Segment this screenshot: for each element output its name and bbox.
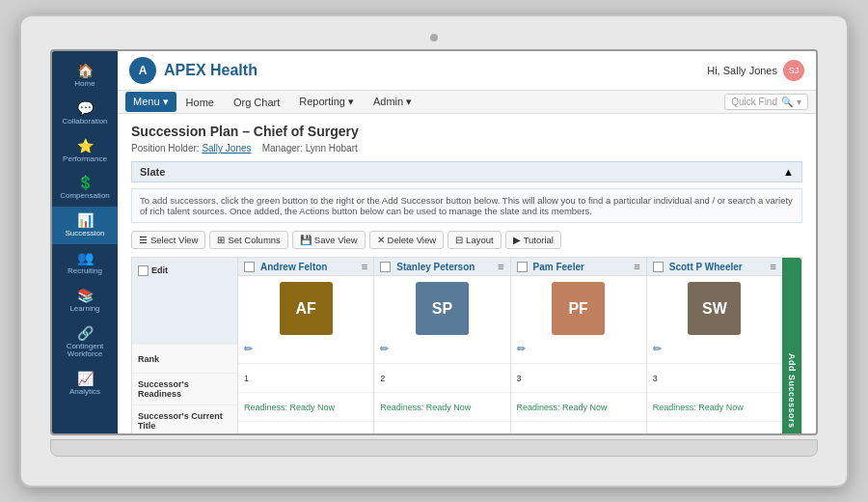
sidebar-item-contingent[interactable]: 🔗 Contingent Workforce (52, 320, 118, 366)
sidebar-item-succession[interactable]: 📊 Succession (52, 207, 118, 244)
card-title-3: Manager (647, 422, 782, 433)
app-title: APEX Health (164, 62, 258, 79)
sidebar-item-learning[interactable]: 📚 Learning (52, 282, 118, 320)
card-rank-2: 3 (511, 364, 646, 393)
sidebar-label-analytics: Analytics (69, 388, 100, 397)
card-header-3: Scott P Wheeler ≡ (647, 258, 782, 276)
toolbar-btn-delete-view[interactable]: ✕ Delete View (369, 231, 445, 249)
card-name-3: Scott P Wheeler (669, 262, 743, 272)
nav-admin[interactable]: Admin ▾ (364, 91, 421, 113)
card-menu-icon-1[interactable]: ≡ (498, 261, 503, 272)
card-readiness-2: Readiness: Ready Now (511, 393, 646, 422)
successor-card-0: Andrew Felton ≡ AF ✏ 1 Readiness: Ready … (238, 258, 374, 433)
sidebar-item-recruiting[interactable]: 👥 Recruiting (52, 244, 118, 282)
add-successors-button[interactable]: Add Successors (782, 258, 801, 433)
successor-card-2: Pam Feeler ≡ PF ✏ 3 Readiness: Ready Now… (511, 258, 647, 433)
toolbar-btn-save-view[interactable]: 💾 Save View (292, 231, 366, 249)
card-title-1: General Surgery (374, 422, 509, 433)
card-readiness-1: Readiness: Ready Now (374, 393, 509, 422)
card-name-1: Stanley Peterson (396, 262, 475, 272)
quick-find[interactable]: Quick Find 🔍 ▾ (724, 94, 808, 110)
card-checkbox-0[interactable] (244, 262, 255, 272)
collaboration-icon: 💬 (77, 100, 94, 116)
nav-home[interactable]: Home (176, 92, 224, 113)
toolbar-btn-set-columns[interactable]: ⊞ Set Columns (209, 231, 287, 249)
card-menu-icon-2[interactable]: ≡ (634, 261, 639, 272)
card-photo-area-2: PF (511, 276, 646, 335)
greeting-text: Hi, Sally Jones (707, 65, 777, 76)
card-photo-area-0: AF (238, 276, 373, 335)
page-subtitle: Position Holder: Sally Jones Manager: Ly… (131, 143, 802, 153)
card-header-0: Andrew Felton ≡ (238, 258, 373, 276)
card-rank-1: 2 (374, 364, 509, 393)
successor-card-3: Scott P Wheeler ≡ SW ✏ 3 Readiness: Read… (647, 258, 782, 433)
set columns-icon: ⊞ (217, 235, 225, 245)
laptop-base (50, 439, 818, 457)
card-photo-2: PF (552, 282, 605, 335)
sidebar-item-analytics[interactable]: 📈 Analytics (52, 365, 118, 403)
position-holder-label: Position Holder: (131, 143, 200, 153)
user-area: Hi, Sally Jones SJ (707, 60, 804, 81)
layout-icon: ⊟ (455, 235, 463, 245)
card-photo-3: SW (688, 282, 741, 335)
card-photo-0: AF (280, 282, 333, 335)
tutorial-icon: ▶ (513, 235, 521, 245)
card-rank-0: 1 (238, 364, 373, 393)
sidebar-label-recruiting: Recruiting (68, 267, 102, 276)
row-label-0: Edit (132, 258, 237, 345)
manager-name: Lynn Hobart (306, 143, 358, 153)
sidebar-label-compensation: Compensation (60, 192, 110, 201)
card-menu-icon-0[interactable]: ≡ (362, 261, 367, 272)
sidebar: 🏠 Home💬 Collaboration⭐ Performance💲 Comp… (52, 51, 118, 433)
select-all-checkbox[interactable] (138, 265, 149, 276)
card-menu-icon-3[interactable]: ≡ (771, 261, 776, 272)
card-readiness-0: Readiness: Ready Now (238, 393, 373, 422)
contingent-icon: 🔗 (77, 325, 94, 341)
sidebar-item-collaboration[interactable]: 💬 Collaboration (52, 95, 118, 132)
slate-header[interactable]: Slate ▲ (131, 161, 802, 182)
card-checkbox-3[interactable] (653, 262, 664, 272)
row-label-3: Successor's Current Title (132, 405, 237, 433)
navbar: Menu ▾ Home Org Chart Reporting ▾ Admin … (118, 91, 816, 114)
edit-icon-2[interactable]: ✏ (517, 343, 526, 355)
card-photo-area-1: SP (374, 276, 509, 335)
recruiting-icon: 👥 (77, 250, 94, 265)
edit-icon-3[interactable]: ✏ (653, 343, 662, 355)
manager-label: Manager: (262, 143, 303, 153)
edit-icon-1[interactable]: ✏ (380, 343, 389, 355)
sidebar-item-home[interactable]: 🏠 Home (52, 57, 118, 95)
sidebar-label-collaboration: Collaboration (62, 118, 107, 126)
edit-icon-0[interactable]: ✏ (244, 343, 253, 355)
menu-button[interactable]: Menu ▾ (125, 92, 176, 112)
select view-icon: ☰ (139, 235, 148, 245)
sidebar-label-learning: Learning (69, 305, 99, 314)
delete view-icon: ✕ (377, 235, 385, 245)
dropdown-icon: ▾ (797, 97, 801, 107)
toolbar: ☰ Select View⊞ Set Columns💾 Save View✕ D… (131, 231, 802, 249)
card-edit-2: ✏ (511, 335, 646, 364)
row-label-2: Successor's Readiness (132, 374, 237, 405)
card-checkbox-2[interactable] (517, 262, 528, 272)
sidebar-label-performance: Performance (63, 155, 107, 164)
main-content: A APEX Health Hi, Sally Jones SJ Menu ▾ … (118, 51, 816, 433)
save view-icon: 💾 (300, 235, 312, 245)
toolbar-btn-layout[interactable]: ⊟ Layout (448, 231, 502, 249)
sidebar-item-performance[interactable]: ⭐ Performance (52, 132, 118, 170)
learning-icon: 📚 (77, 288, 94, 303)
card-rank-3: 3 (647, 364, 782, 393)
laptop-camera (430, 34, 438, 42)
analytics-icon: 📈 (77, 371, 94, 386)
card-edit-3: ✏ (647, 335, 782, 364)
sidebar-item-compensation[interactable]: 💲 Compensation (52, 169, 118, 207)
card-checkbox-1[interactable] (380, 262, 391, 272)
toolbar-btn-select-view[interactable]: ☰ Select View (131, 231, 205, 249)
position-holder-link[interactable]: Sally Jones (202, 143, 251, 153)
card-photo-area-3: SW (647, 276, 782, 335)
toolbar-btn-tutorial[interactable]: ▶ Tutorial (505, 231, 561, 249)
laptop-screen: 🏠 Home💬 Collaboration⭐ Performance💲 Comp… (50, 49, 818, 435)
sidebar-label-succession: Succession (66, 230, 105, 238)
nav-org-chart[interactable]: Org Chart (224, 92, 289, 113)
nav-reporting[interactable]: Reporting ▾ (289, 91, 364, 113)
avatar[interactable]: SJ (783, 60, 804, 81)
slate-info: To add successors, click the green butto… (131, 188, 802, 223)
